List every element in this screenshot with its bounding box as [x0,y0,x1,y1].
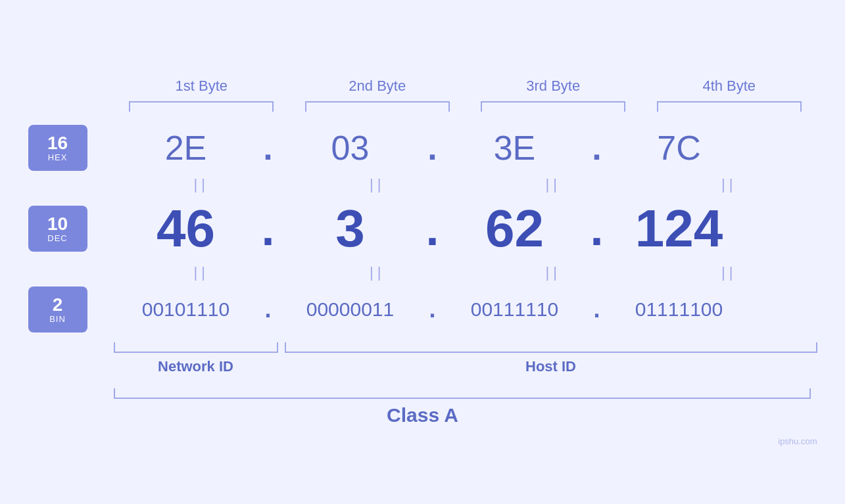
dec-row: 10 DEC 46 . 3 . 62 . 124 [28,198,817,259]
hex-byte-2: 03 [278,128,423,168]
eq-2-2: || [305,264,450,281]
eq-2-4: || [657,264,802,281]
bin-values: 00101110 . 00000011 . 00111110 . 0111110… [114,296,817,323]
dec-dot-2: . [423,202,443,256]
dec-byte-1: 46 [114,198,258,259]
eq-2-1: || [129,264,274,281]
hex-dot-1: . [258,128,278,168]
eq-1-2: || [305,176,450,193]
id-labels-row: Network ID Host ID [28,358,817,375]
bracket-4 [657,101,802,112]
dec-dot-1: . [258,202,278,256]
equals-row-2: || || || || [28,264,817,281]
hex-dot-2: . [423,128,443,168]
hex-byte-4: 7C [607,128,752,168]
bin-byte-3: 00111110 [443,298,587,321]
eq-2-3: || [481,264,625,281]
hex-base-num: 16 [47,134,68,152]
hex-byte-3: 3E [443,128,587,168]
bracket-1 [129,101,274,112]
dec-byte-4: 124 [607,198,752,259]
bin-dot-2: . [423,296,443,323]
bin-row: 2 BIN 00101110 . 00000011 . 00111110 . 0… [28,286,817,332]
header-row: 1st Byte 2nd Byte 3rd Byte 4th Byte [28,78,817,95]
dec-byte-2: 3 [278,198,423,259]
hex-row: 16 HEX 2E . 03 . 3E . 7C [28,125,817,171]
dec-base-num: 10 [47,215,68,233]
network-bracket [114,342,278,353]
watermark: ipshu.com [778,436,817,446]
eq-1-3: || [481,176,625,193]
class-label: Class A [28,404,817,426]
host-bracket [285,342,817,353]
bin-byte-4: 01111100 [607,298,752,321]
host-id-label: Host ID [285,358,817,375]
hex-values: 2E . 03 . 3E . 7C [114,128,817,168]
hex-dot-3: . [587,128,607,168]
class-bracket-line [114,388,811,399]
dec-base-name: DEC [47,233,67,243]
bin-dot-1: . [258,296,278,323]
equals-row-1: || || || || [28,176,817,193]
hex-base-name: HEX [48,152,68,162]
hex-byte-1: 2E [114,128,258,168]
byte-header-3: 3rd Byte [481,78,625,95]
eq-1-1: || [129,176,274,193]
dec-byte-3: 62 [443,198,587,259]
bottom-bracket-row [28,342,817,353]
hex-label-box: 16 HEX [28,125,87,171]
bin-byte-2: 00000011 [278,298,423,321]
network-id-label: Network ID [114,358,278,375]
bin-label-box: 2 BIN [28,286,87,332]
bin-dot-3: . [587,296,607,323]
dec-label-box: 10 DEC [28,206,87,252]
bin-base-name: BIN [49,314,66,324]
dec-values: 46 . 3 . 62 . 124 [114,198,817,259]
bin-byte-1: 00101110 [114,298,258,321]
byte-header-2: 2nd Byte [305,78,450,95]
eq-1-4: || [657,176,802,193]
bracket-3 [481,101,625,112]
byte-header-1: 1st Byte [129,78,274,95]
class-bracket-row [28,388,817,399]
top-bracket-row [28,101,817,112]
byte-header-4: 4th Byte [657,78,802,95]
bracket-2 [305,101,450,112]
bin-base-num: 2 [53,296,63,314]
dec-dot-3: . [587,202,607,256]
